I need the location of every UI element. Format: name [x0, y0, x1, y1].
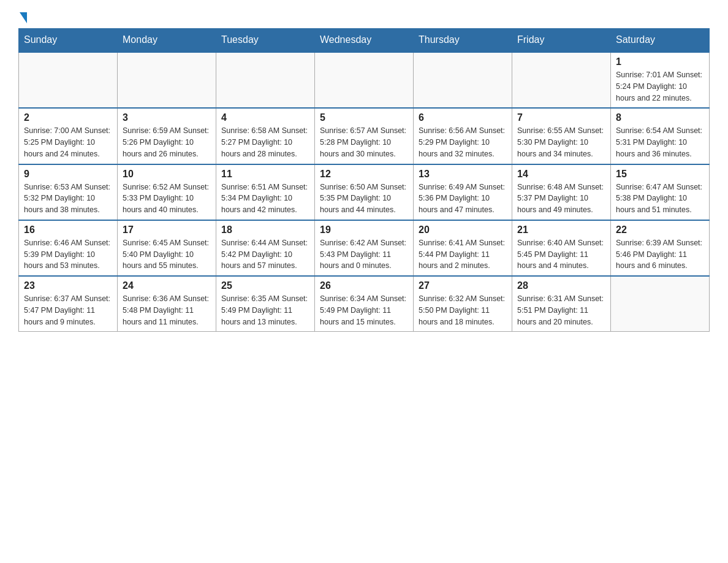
calendar-cell: 2Sunrise: 7:00 AM Sunset: 5:25 PM Daylig… [19, 108, 118, 164]
calendar-week-row: 2Sunrise: 7:00 AM Sunset: 5:25 PM Daylig… [19, 108, 710, 164]
day-info: Sunrise: 6:36 AM Sunset: 5:48 PM Dayligh… [123, 293, 211, 327]
day-info: Sunrise: 6:39 AM Sunset: 5:46 PM Dayligh… [616, 237, 704, 272]
day-info: Sunrise: 6:48 AM Sunset: 5:37 PM Dayligh… [517, 182, 605, 216]
calendar-cell: 7Sunrise: 6:55 AM Sunset: 5:30 PM Daylig… [512, 108, 611, 164]
day-number: 6 [419, 112, 507, 123]
calendar-cell: 13Sunrise: 6:49 AM Sunset: 5:36 PM Dayli… [414, 164, 512, 220]
day-number: 17 [123, 224, 211, 236]
day-number: 12 [320, 169, 408, 180]
calendar-cell [512, 52, 611, 108]
calendar-cell: 12Sunrise: 6:50 AM Sunset: 5:35 PM Dayli… [315, 164, 414, 220]
calendar-cell [19, 52, 118, 108]
calendar-week-row: 16Sunrise: 6:46 AM Sunset: 5:39 PM Dayli… [19, 220, 710, 276]
calendar-cell: 15Sunrise: 6:47 AM Sunset: 5:38 PM Dayli… [611, 164, 710, 220]
calendar-week-row: 1Sunrise: 7:01 AM Sunset: 5:24 PM Daylig… [19, 52, 710, 108]
day-info: Sunrise: 6:59 AM Sunset: 5:26 PM Dayligh… [123, 125, 211, 159]
day-number: 28 [517, 280, 605, 291]
day-info: Sunrise: 6:41 AM Sunset: 5:44 PM Dayligh… [419, 237, 507, 272]
calendar-cell: 8Sunrise: 6:54 AM Sunset: 5:31 PM Daylig… [611, 108, 710, 164]
day-info: Sunrise: 6:44 AM Sunset: 5:42 PM Dayligh… [221, 237, 309, 272]
calendar-header-thursday: Thursday [414, 28, 512, 52]
calendar-cell: 5Sunrise: 6:57 AM Sunset: 5:28 PM Daylig… [315, 108, 414, 164]
day-number: 13 [419, 169, 507, 180]
calendar-header-sunday: Sunday [19, 28, 118, 52]
day-number: 15 [616, 169, 704, 180]
calendar-cell: 26Sunrise: 6:34 AM Sunset: 5:49 PM Dayli… [315, 276, 414, 332]
day-info: Sunrise: 6:58 AM Sunset: 5:27 PM Dayligh… [221, 125, 309, 159]
calendar-header-monday: Monday [118, 28, 216, 52]
calendar-cell: 4Sunrise: 6:58 AM Sunset: 5:27 PM Daylig… [216, 108, 315, 164]
day-number: 20 [419, 224, 507, 236]
calendar-cell: 21Sunrise: 6:40 AM Sunset: 5:45 PM Dayli… [512, 220, 611, 276]
calendar-header-friday: Friday [512, 28, 611, 52]
day-number: 7 [517, 112, 605, 123]
day-info: Sunrise: 6:42 AM Sunset: 5:43 PM Dayligh… [320, 237, 408, 272]
day-number: 27 [419, 280, 507, 291]
day-info: Sunrise: 6:47 AM Sunset: 5:38 PM Dayligh… [616, 182, 704, 216]
calendar-table: SundayMondayTuesdayWednesdayThursdayFrid… [18, 28, 710, 332]
calendar-header-saturday: Saturday [611, 28, 710, 52]
day-number: 3 [123, 112, 211, 123]
calendar-cell: 22Sunrise: 6:39 AM Sunset: 5:46 PM Dayli… [611, 220, 710, 276]
logo [18, 12, 27, 22]
calendar-cell: 17Sunrise: 6:45 AM Sunset: 5:40 PM Dayli… [118, 220, 216, 276]
logo-arrow-icon [20, 12, 27, 23]
calendar-cell: 25Sunrise: 6:35 AM Sunset: 5:49 PM Dayli… [216, 276, 315, 332]
day-number: 9 [24, 169, 112, 180]
calendar-cell: 27Sunrise: 6:32 AM Sunset: 5:50 PM Dayli… [414, 276, 512, 332]
day-number: 23 [24, 280, 112, 291]
day-number: 1 [616, 56, 704, 67]
calendar-header-tuesday: Tuesday [216, 28, 315, 52]
day-info: Sunrise: 6:53 AM Sunset: 5:32 PM Dayligh… [24, 182, 112, 216]
day-info: Sunrise: 6:56 AM Sunset: 5:29 PM Dayligh… [419, 125, 507, 159]
calendar-cell [118, 52, 216, 108]
calendar-cell [216, 52, 315, 108]
day-info: Sunrise: 6:52 AM Sunset: 5:33 PM Dayligh… [123, 182, 211, 216]
day-info: Sunrise: 6:32 AM Sunset: 5:50 PM Dayligh… [419, 293, 507, 327]
day-number: 4 [221, 112, 309, 123]
calendar-cell: 3Sunrise: 6:59 AM Sunset: 5:26 PM Daylig… [118, 108, 216, 164]
day-info: Sunrise: 7:00 AM Sunset: 5:25 PM Dayligh… [24, 125, 112, 159]
calendar-cell: 18Sunrise: 6:44 AM Sunset: 5:42 PM Dayli… [216, 220, 315, 276]
calendar-cell: 19Sunrise: 6:42 AM Sunset: 5:43 PM Dayli… [315, 220, 414, 276]
day-info: Sunrise: 6:50 AM Sunset: 5:35 PM Dayligh… [320, 182, 408, 216]
calendar-cell: 10Sunrise: 6:52 AM Sunset: 5:33 PM Dayli… [118, 164, 216, 220]
calendar-cell: 1Sunrise: 7:01 AM Sunset: 5:24 PM Daylig… [611, 52, 710, 108]
day-info: Sunrise: 6:34 AM Sunset: 5:49 PM Dayligh… [320, 293, 408, 327]
day-number: 8 [616, 112, 704, 123]
day-number: 21 [517, 224, 605, 236]
calendar-week-row: 9Sunrise: 6:53 AM Sunset: 5:32 PM Daylig… [19, 164, 710, 220]
calendar-cell [315, 52, 414, 108]
day-number: 5 [320, 112, 408, 123]
calendar-cell: 20Sunrise: 6:41 AM Sunset: 5:44 PM Dayli… [414, 220, 512, 276]
day-info: Sunrise: 6:46 AM Sunset: 5:39 PM Dayligh… [24, 237, 112, 272]
calendar-cell: 14Sunrise: 6:48 AM Sunset: 5:37 PM Dayli… [512, 164, 611, 220]
day-info: Sunrise: 6:57 AM Sunset: 5:28 PM Dayligh… [320, 125, 408, 159]
day-number: 22 [616, 224, 704, 236]
day-info: Sunrise: 6:55 AM Sunset: 5:30 PM Dayligh… [517, 125, 605, 159]
calendar-cell: 28Sunrise: 6:31 AM Sunset: 5:51 PM Dayli… [512, 276, 611, 332]
calendar-header-row: SundayMondayTuesdayWednesdayThursdayFrid… [19, 28, 710, 52]
day-number: 26 [320, 280, 408, 291]
calendar-cell: 11Sunrise: 6:51 AM Sunset: 5:34 PM Dayli… [216, 164, 315, 220]
calendar-cell: 23Sunrise: 6:37 AM Sunset: 5:47 PM Dayli… [19, 276, 118, 332]
day-number: 19 [320, 224, 408, 236]
day-info: Sunrise: 6:40 AM Sunset: 5:45 PM Dayligh… [517, 237, 605, 272]
calendar-cell: 24Sunrise: 6:36 AM Sunset: 5:48 PM Dayli… [118, 276, 216, 332]
day-info: Sunrise: 6:54 AM Sunset: 5:31 PM Dayligh… [616, 125, 704, 159]
calendar-week-row: 23Sunrise: 6:37 AM Sunset: 5:47 PM Dayli… [19, 276, 710, 332]
day-number: 16 [24, 224, 112, 236]
day-number: 24 [123, 280, 211, 291]
calendar-cell [611, 276, 710, 332]
calendar-cell [414, 52, 512, 108]
day-number: 10 [123, 169, 211, 180]
day-number: 2 [24, 112, 112, 123]
calendar-header-wednesday: Wednesday [315, 28, 414, 52]
day-info: Sunrise: 6:45 AM Sunset: 5:40 PM Dayligh… [123, 237, 211, 272]
day-info: Sunrise: 6:31 AM Sunset: 5:51 PM Dayligh… [517, 293, 605, 327]
page-header [18, 12, 710, 22]
day-number: 11 [221, 169, 309, 180]
day-info: Sunrise: 6:51 AM Sunset: 5:34 PM Dayligh… [221, 182, 309, 216]
day-number: 18 [221, 224, 309, 236]
day-info: Sunrise: 6:35 AM Sunset: 5:49 PM Dayligh… [221, 293, 309, 327]
